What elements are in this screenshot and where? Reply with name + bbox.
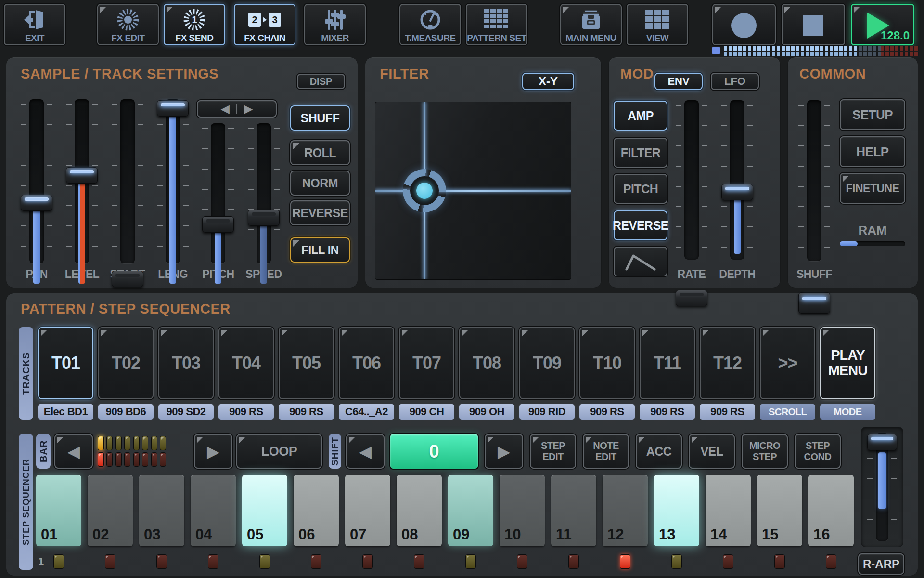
common-shuff-handle[interactable] bbox=[798, 292, 830, 314]
common-shuff-track[interactable] bbox=[807, 100, 821, 261]
start-slider-handle[interactable] bbox=[112, 271, 143, 287]
track-name-t07[interactable]: 909 CH bbox=[399, 404, 454, 420]
fx-send-button[interactable]: 1 FX SEND bbox=[164, 4, 225, 45]
main-menu-button[interactable]: MAIN MENU bbox=[560, 4, 622, 45]
pan-slider-handle[interactable] bbox=[21, 195, 52, 211]
track-scroll-pad[interactable]: >> bbox=[760, 327, 815, 399]
pan-slider[interactable]: PAN bbox=[14, 57, 59, 288]
scroll-badge[interactable]: SCROLL bbox=[760, 404, 815, 420]
step-pad-02[interactable]: 02 bbox=[88, 475, 133, 546]
micro-step-button[interactable]: MICRO STEP bbox=[742, 434, 788, 469]
view-button[interactable]: VIEW bbox=[627, 4, 688, 45]
step-pad-03[interactable]: 03 bbox=[139, 475, 184, 546]
sequencer-level-fader[interactable] bbox=[861, 427, 903, 547]
shift-prev-button[interactable]: ◀ bbox=[346, 434, 385, 469]
track-name-t11[interactable]: 909 RS bbox=[640, 404, 695, 420]
step-pad-05[interactable]: 05 bbox=[242, 475, 287, 546]
rate-slider-track[interactable] bbox=[684, 100, 699, 260]
track-pad-t05[interactable]: T05 bbox=[279, 327, 334, 399]
pitch-slider[interactable]: PITCH bbox=[195, 57, 241, 288]
exit-button[interactable]: EXIT bbox=[4, 4, 65, 45]
speed-slider[interactable]: SPEED bbox=[241, 57, 286, 288]
step-pad-13[interactable]: 13 bbox=[654, 475, 699, 546]
step-cond-button[interactable]: STEP COND bbox=[795, 434, 841, 469]
vel-button[interactable]: VEL bbox=[689, 434, 735, 469]
track-name-t09[interactable]: 909 RID bbox=[519, 404, 575, 420]
shift-next-button[interactable]: ▶ bbox=[485, 434, 523, 469]
loop-button[interactable]: LOOP bbox=[236, 434, 322, 469]
fill-in-button[interactable]: FILL IN bbox=[290, 237, 350, 263]
track-name-t02[interactable]: 909 BD6 bbox=[98, 404, 154, 420]
mod-target-amp-button[interactable]: AMP bbox=[614, 101, 667, 131]
track-pad-t12[interactable]: T12 bbox=[700, 327, 755, 399]
help-button[interactable]: HELP bbox=[840, 136, 905, 167]
mode-badge[interactable]: MODE bbox=[820, 404, 875, 420]
track-name-t01[interactable]: Elec BD1 bbox=[38, 404, 93, 420]
xy-toggle-button[interactable]: X-Y bbox=[522, 73, 574, 90]
stop-button[interactable] bbox=[782, 4, 845, 45]
bar-prev-button[interactable]: ◀ bbox=[54, 434, 93, 469]
play-button[interactable]: 128.0 bbox=[851, 4, 914, 45]
step-pad-11[interactable]: 11 bbox=[551, 475, 596, 546]
track-pad-t04[interactable]: T04 bbox=[218, 327, 274, 399]
fader-handle[interactable] bbox=[867, 434, 897, 450]
track-pad-t11[interactable]: T11 bbox=[640, 327, 695, 399]
step-pad-15[interactable]: 15 bbox=[757, 475, 802, 546]
step-pad-16[interactable]: 16 bbox=[808, 475, 854, 546]
step-pad-10[interactable]: 10 bbox=[500, 475, 545, 546]
norm-button[interactable]: NORM bbox=[290, 171, 350, 196]
step-pad-08[interactable]: 08 bbox=[397, 475, 442, 546]
step-pad-06[interactable]: 06 bbox=[294, 475, 339, 546]
r-arp-button[interactable]: R-ARP bbox=[858, 553, 904, 575]
acc-button[interactable]: ACC bbox=[636, 434, 682, 469]
fx-chain-button[interactable]: 2 3 FX CHAIN bbox=[234, 4, 295, 45]
step-pad-12[interactable]: 12 bbox=[603, 475, 648, 546]
track-pad-t09[interactable]: T09 bbox=[519, 327, 575, 399]
t-measure-button[interactable]: T.MEASURE bbox=[399, 4, 461, 45]
depth-slider[interactable]: DEPTH bbox=[719, 57, 756, 288]
disp-button[interactable]: DISP bbox=[297, 74, 345, 89]
step-pad-01[interactable]: 01 bbox=[36, 475, 81, 546]
start-slider[interactable]: START bbox=[105, 57, 150, 288]
reverse-button[interactable]: REVERSE bbox=[290, 200, 350, 225]
track-name-t05[interactable]: 909 RS bbox=[279, 404, 334, 420]
track-pad-t03[interactable]: T03 bbox=[158, 327, 214, 399]
common-shuff-slider[interactable]: SHUFF bbox=[796, 57, 833, 288]
leng-slider-handle[interactable] bbox=[157, 100, 189, 117]
level-slider[interactable]: LEVEL bbox=[59, 57, 104, 288]
xy-puck[interactable] bbox=[403, 169, 446, 212]
roll-button[interactable]: ROLL bbox=[290, 140, 350, 165]
filter-xy-pad[interactable] bbox=[375, 102, 571, 280]
leng-slider[interactable]: LENG bbox=[150, 57, 195, 288]
track-pad-t01[interactable]: T01 bbox=[38, 327, 93, 399]
track-name-t08[interactable]: 909 OH bbox=[459, 404, 514, 420]
track-pad-t07[interactable]: T07 bbox=[399, 327, 454, 399]
rate-slider[interactable]: RATE bbox=[673, 57, 710, 288]
play-menu-pad[interactable]: PLAY MENU bbox=[820, 327, 875, 399]
track-pad-t10[interactable]: T10 bbox=[579, 327, 635, 399]
start-slider-track[interactable] bbox=[120, 99, 135, 263]
track-name-t03[interactable]: 909 SD2 bbox=[158, 404, 214, 420]
track-name-t12[interactable]: 909 RS bbox=[700, 404, 755, 420]
step-edit-button[interactable]: STEP EDIT bbox=[530, 434, 576, 469]
rate-slider-handle[interactable] bbox=[676, 290, 707, 306]
track-name-t04[interactable]: 909 RS bbox=[218, 404, 274, 420]
note-edit-button[interactable]: NOTE EDIT bbox=[583, 434, 629, 469]
finetune-button[interactable]: FINETUNE bbox=[840, 173, 905, 204]
mod-target-reverse-button[interactable]: REVERSE bbox=[614, 210, 667, 240]
step-pad-07[interactable]: 07 bbox=[345, 475, 390, 546]
pattern-set-button[interactable]: PATTERN SET bbox=[466, 4, 527, 45]
mod-target-filter-button[interactable]: FILTER bbox=[614, 138, 667, 168]
track-pad-t06[interactable]: T06 bbox=[339, 327, 394, 399]
track-name-t06[interactable]: C64.._A2 bbox=[339, 404, 394, 420]
track-pad-t08[interactable]: T08 bbox=[459, 327, 514, 399]
depth-slider-handle[interactable] bbox=[721, 184, 753, 200]
mod-envelope-shape-button[interactable] bbox=[614, 247, 667, 276]
step-pad-14[interactable]: 14 bbox=[706, 475, 751, 546]
bar-next-button[interactable]: ▶ bbox=[194, 434, 232, 469]
shuff-button[interactable]: SHUFF bbox=[290, 105, 350, 131]
mod-target-pitch-button[interactable]: PITCH bbox=[614, 174, 667, 204]
step-pad-04[interactable]: 04 bbox=[191, 475, 236, 546]
track-name-t10[interactable]: 909 RS bbox=[579, 404, 635, 420]
track-pad-t02[interactable]: T02 bbox=[98, 327, 154, 399]
